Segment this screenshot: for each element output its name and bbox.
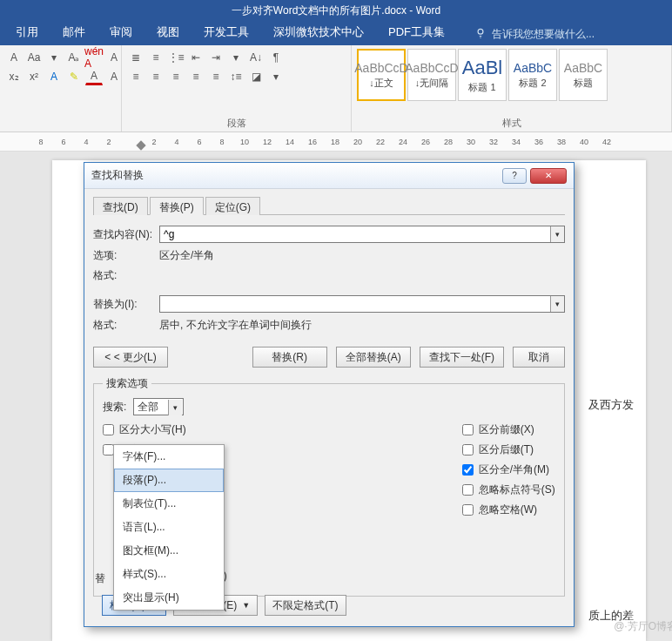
ruler-tick: 24 xyxy=(392,138,414,146)
ruler-tick: 18 xyxy=(324,138,346,146)
tab-goto[interactable]: 定位(G) xyxy=(205,197,260,215)
align-left-icon[interactable]: ≡ xyxy=(127,68,144,85)
group-styles: AaBbCcD ↓正文 AaBbCcD ↓无间隔 AaBl 标题 1 AaBbC… xyxy=(352,45,672,132)
tab-find[interactable]: 查找(D) xyxy=(93,197,148,215)
cancel-button[interactable]: 取消 xyxy=(513,347,565,368)
ruler-tick: 6 xyxy=(52,138,75,146)
ruler-tick: 6 xyxy=(188,138,211,146)
tab-replace[interactable]: 替换(P) xyxy=(150,197,204,215)
horizontal-ruler[interactable]: 8642246810121416182022242628303234363840… xyxy=(0,132,672,152)
chk-ignore-space[interactable]: 忽略空格(W) xyxy=(462,503,555,517)
less-button[interactable]: < < 更少(L) xyxy=(93,347,168,368)
tab-view[interactable]: 视图 xyxy=(144,19,192,45)
format-menu-item[interactable]: 制表位(T)... xyxy=(114,492,224,516)
find-input[interactable] xyxy=(159,226,565,243)
close-button[interactable]: ✕ xyxy=(530,168,567,184)
options-label: 选项: xyxy=(93,248,159,263)
group-label-paragraph: 段落 xyxy=(127,115,346,132)
format-menu-item[interactable]: 字体(F)... xyxy=(114,445,224,469)
replace-all-button[interactable]: 全部替换(A) xyxy=(336,347,411,368)
tab-review[interactable]: 审阅 xyxy=(97,19,144,45)
window-title: 一步对齐Word文档中的所有图片.docx - Word xyxy=(232,3,440,18)
chk-match-case[interactable]: 区分大小写(H) xyxy=(103,422,227,437)
replace-label: 替换为(I): xyxy=(93,297,159,312)
ruler-tick: 4 xyxy=(75,138,97,146)
text-dir-icon[interactable]: ▾ xyxy=(227,49,245,66)
options-value: 区分全/半角 xyxy=(159,248,565,263)
format-menu-item[interactable]: 样式(S)... xyxy=(114,563,224,586)
highlight-icon[interactable]: ✎ xyxy=(65,68,83,85)
align-justify-icon[interactable]: ≡ xyxy=(187,68,205,85)
style-nospacing[interactable]: AaBbCcD ↓无间隔 xyxy=(407,49,456,101)
style-heading2[interactable]: AaBbC 标题 2 xyxy=(508,49,557,101)
line-spacing-icon[interactable]: ↕≡ xyxy=(227,68,245,85)
phonetic-icon[interactable]: wénA xyxy=(85,49,103,66)
align-center-icon[interactable]: ≡ xyxy=(147,68,165,85)
tab-sztech[interactable]: 深圳微软技术中心 xyxy=(261,19,376,45)
tab-mailings[interactable]: 邮件 xyxy=(50,19,97,45)
format-menu-item[interactable]: 突出显示(H) xyxy=(114,586,224,610)
tab-pdf[interactable]: PDF工具集 xyxy=(376,19,457,45)
format-menu-item[interactable]: 图文框(M)... xyxy=(114,539,224,563)
chk-fullhalf[interactable]: 区分全/半角(M) xyxy=(462,462,555,477)
superscript-icon[interactable]: x² xyxy=(25,68,43,85)
caret-down-icon: ▼ xyxy=(242,601,250,610)
style-normal[interactable]: AaBbCcD ↓正文 xyxy=(357,49,406,101)
chk-prefix[interactable]: 区分前缀(X) xyxy=(462,422,555,437)
font-size-icon[interactable]: A xyxy=(5,49,23,66)
numbering-icon[interactable]: ≡ xyxy=(147,49,165,66)
no-format-button[interactable]: 不限定格式(T) xyxy=(265,595,346,616)
tab-references[interactable]: 引用 xyxy=(3,19,50,45)
ruler-tick: 36 xyxy=(528,138,550,146)
chk-ignore-punct[interactable]: 忽略标点符号(S) xyxy=(462,482,555,497)
style-title[interactable]: AaBbC 标题 xyxy=(559,49,608,101)
replace-button[interactable]: 替换(R) xyxy=(252,347,327,368)
replace-dropdown-icon[interactable]: ▾ xyxy=(550,296,564,312)
indent-inc-icon[interactable]: ⇥ xyxy=(207,49,225,66)
char-border-icon[interactable]: A xyxy=(105,49,123,66)
multilevel-icon[interactable]: ⋮≡ xyxy=(167,49,185,66)
tab-developer[interactable]: 开发工具 xyxy=(192,19,261,45)
chevron-down-icon[interactable]: ▾ xyxy=(168,400,182,415)
find-next-button[interactable]: 查找下一处(F) xyxy=(420,347,504,368)
format-menu-item[interactable]: 语言(L)... xyxy=(114,516,224,539)
strike-icon[interactable]: x₂ xyxy=(5,68,23,85)
format-menu: 字体(F)...段落(P)...制表位(T)...语言(L)...图文框(M).… xyxy=(113,444,225,611)
find-dropdown-icon[interactable]: ▾ xyxy=(550,226,564,242)
search-direction-label: 搜索: xyxy=(103,400,126,415)
tell-me-search[interactable]: 告诉我您想要做什么... xyxy=(467,24,601,45)
font-color-icon[interactable]: A xyxy=(85,68,103,85)
clear-format-icon[interactable]: Aₐ xyxy=(65,49,83,66)
format-menu-item[interactable]: 段落(P)... xyxy=(114,469,224,492)
ruler-tick: 16 xyxy=(301,138,324,146)
dialog-tabs: 查找(D) 替换(P) 定位(G) xyxy=(93,196,565,215)
dialog-titlebar[interactable]: 查找和替换 ? ✕ xyxy=(84,163,574,189)
chk-suffix[interactable]: 区分后缀(T) xyxy=(462,442,555,457)
sort-icon[interactable]: A↓ xyxy=(247,49,265,66)
dialog-title: 查找和替换 xyxy=(91,168,144,183)
showmarks-icon[interactable]: ¶ xyxy=(267,49,285,66)
text-fx-icon[interactable]: A xyxy=(45,68,63,85)
group-label-font xyxy=(5,118,116,132)
chevron-down-icon[interactable]: ▾ xyxy=(45,49,63,66)
help-button[interactable]: ? xyxy=(502,168,527,184)
font-size2-icon[interactable]: Aa xyxy=(25,49,43,66)
ruler-tick: 32 xyxy=(482,138,505,146)
align-dist-icon[interactable]: ≡ xyxy=(207,68,225,85)
search-options-legend: 搜索选项 xyxy=(103,376,151,391)
ruler-tick: 12 xyxy=(256,138,279,146)
borders-icon[interactable]: ▾ xyxy=(267,68,285,85)
char-shading-icon[interactable]: A xyxy=(105,68,123,85)
replace-section-label: 替 xyxy=(95,571,105,586)
bullets-icon[interactable]: ≣ xyxy=(127,49,144,66)
svg-point-0 xyxy=(478,29,483,34)
ruler-tick: 2 xyxy=(97,138,120,146)
indent-dec-icon[interactable]: ⇤ xyxy=(187,49,205,66)
style-heading1[interactable]: AaBl 标题 1 xyxy=(458,49,507,101)
replace-input[interactable] xyxy=(159,295,565,313)
ruler-tick: 8 xyxy=(211,138,233,146)
ruler-tick: 38 xyxy=(550,138,573,146)
shading-icon[interactable]: ◪ xyxy=(247,68,265,85)
search-direction-select[interactable]: 全部 ▾ xyxy=(133,398,184,415)
align-right-icon[interactable]: ≡ xyxy=(167,68,185,85)
